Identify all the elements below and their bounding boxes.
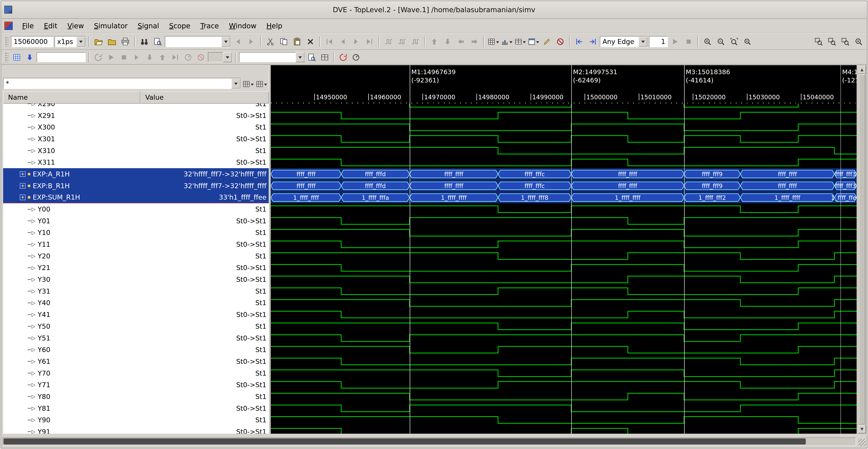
expand-arrow-icon[interactable]: ▷ <box>32 347 35 352</box>
toolbar-drag-handle[interactable] <box>5 52 8 62</box>
horizontal-scroll-thumb[interactable] <box>3 439 806 445</box>
zoom-out-button[interactable] <box>715 35 727 48</box>
marker-line-m4[interactable] <box>840 65 841 434</box>
expand-arrow-icon[interactable]: ▷ <box>32 406 35 411</box>
signal-row-y81[interactable]: ▷Y81St0->St1 <box>3 403 269 414</box>
column-header-name[interactable]: Name <box>3 91 141 104</box>
signal-row-y20[interactable]: ▷Y20St1 <box>3 250 269 262</box>
signal-row-y11[interactable]: ▷Y11St0->St1 <box>3 238 269 250</box>
wave-row-exp-a-r1h[interactable]: ffff_ffffffff_fffdffff_ffffffff_fffcffff… <box>271 168 857 180</box>
signal-row-y61[interactable]: ▷Y61St0->St1 <box>3 356 269 367</box>
menu-window[interactable]: Window <box>224 20 261 32</box>
show-values-button[interactable] <box>319 52 331 63</box>
expand-arrow-icon[interactable]: ▷ <box>32 417 35 422</box>
wave-row-exp-sum-r1h[interactable]: 1_ffff_ffff1_ffff_fffa1_ffff_ffff1_ffff_… <box>271 192 857 203</box>
scroll-up-arrow-icon[interactable]: ▲ <box>858 66 866 74</box>
time-unit-select[interactable]: x1ps <box>55 36 86 47</box>
panes-button[interactable] <box>11 52 23 63</box>
signal-row-y00[interactable]: ▷Y00St1 <box>3 203 269 215</box>
wave-row-y31[interactable] <box>271 285 857 297</box>
wave-row-x301[interactable] <box>271 133 857 145</box>
expand-arrow-icon[interactable]: ▷ <box>32 289 35 294</box>
new-window-button[interactable] <box>527 35 540 48</box>
wave-row-y00[interactable] <box>271 203 857 215</box>
wave-row-y91[interactable] <box>271 426 857 434</box>
expand-arrow-icon[interactable]: ▷ <box>32 230 35 235</box>
panel-splitter[interactable] <box>269 65 271 434</box>
signal-row-y90[interactable]: ▷Y90St1 <box>3 414 269 426</box>
wave-row-x310[interactable] <box>271 145 857 157</box>
wave-row-x291[interactable] <box>271 110 857 122</box>
new-list-view-button[interactable] <box>500 35 513 48</box>
zoom-selection-button[interactable] <box>839 35 851 48</box>
current-time-input[interactable] <box>11 36 53 47</box>
scope-filter-input[interactable] <box>37 52 86 62</box>
wave-row-x290[interactable] <box>271 104 857 110</box>
wave-row-exp-b-r1h[interactable]: ffff_ffffffff_fffdffff_ffffffff_fffcffff… <box>271 180 857 192</box>
wave-row-y40[interactable] <box>271 297 857 309</box>
expand-arrow-icon[interactable]: ▷ <box>32 113 35 118</box>
scroll-down-arrow-icon[interactable]: ▼ <box>858 425 866 433</box>
wave-row-y50[interactable] <box>271 320 857 332</box>
expand-arrow-icon[interactable]: ▷ <box>32 148 35 153</box>
new-memory-view-button[interactable] <box>514 35 526 48</box>
expand-plus-icon[interactable]: + <box>20 171 25 177</box>
titlebar[interactable]: DVE - TopLevel.2 - [Wave.1] /home/balasu… <box>1 1 867 19</box>
signal-row-y41[interactable]: ▷Y41St0->St1 <box>3 309 269 320</box>
signal-row-y10[interactable]: ▷Y10St1 <box>3 227 269 238</box>
expand-arrow-icon[interactable]: ▷ <box>32 382 35 387</box>
find-button[interactable] <box>138 35 151 48</box>
expand-arrow-icon[interactable]: ▷ <box>32 104 35 106</box>
expand-arrow-icon[interactable]: ▷ <box>32 277 35 282</box>
expand-arrow-icon[interactable]: ▷ <box>32 254 35 259</box>
signal-row-y70[interactable]: ▷Y70St1 <box>3 367 269 379</box>
scope-select[interactable] <box>239 52 305 62</box>
signal-row-y30[interactable]: ▷Y30St0->St1 <box>3 274 269 285</box>
marker-line-m1[interactable] <box>410 65 410 434</box>
menu-scope[interactable]: Scope <box>164 20 195 32</box>
signal-row-x290[interactable]: ▷X290St1 <box>3 104 269 110</box>
wave-row-y70[interactable] <box>271 367 857 379</box>
expand-arrow-icon[interactable]: ▷ <box>32 125 35 130</box>
cut-button[interactable] <box>264 35 277 48</box>
menu-edit[interactable]: Edit <box>39 20 62 32</box>
expand-arrow-icon[interactable]: ▷ <box>32 160 35 165</box>
chevron-down-icon[interactable] <box>639 37 647 47</box>
copy-button[interactable] <box>278 35 290 48</box>
wave-row-y01[interactable] <box>271 215 857 227</box>
signal-row-y40[interactable]: ▷Y40St1 <box>3 297 269 309</box>
expand-arrow-icon[interactable]: ▷ <box>32 359 35 364</box>
reload-databases-button[interactable] <box>337 52 349 63</box>
chevron-down-icon[interactable] <box>76 37 85 47</box>
open-session-button[interactable] <box>106 35 118 48</box>
zoom-in-button[interactable] <box>701 35 714 48</box>
column-header-value[interactable]: Value <box>141 91 269 104</box>
expand-arrow-icon[interactable]: ▷ <box>32 394 35 399</box>
expand-arrow-icon[interactable]: ▷ <box>32 371 35 376</box>
wave-row-y60[interactable] <box>271 344 857 356</box>
new-wave-view-button[interactable] <box>487 35 500 48</box>
signal-row-y51[interactable]: ▷Y51St0->St1 <box>3 332 269 344</box>
zoom-full-range-button[interactable] <box>812 35 825 48</box>
chevron-down-icon[interactable] <box>296 52 305 62</box>
zoom-between-markers-button[interactable] <box>826 35 838 48</box>
expand-arrow-icon[interactable]: ▷ <box>32 312 35 317</box>
expand-arrow-icon[interactable]: ▷ <box>32 335 35 341</box>
search-sources-button[interactable] <box>152 35 164 48</box>
annotate-button[interactable] <box>541 35 553 48</box>
wave-row-y51[interactable] <box>271 332 857 344</box>
marker-line-m2[interactable] <box>571 65 572 434</box>
wave-row-y30[interactable] <box>271 274 857 285</box>
menu-help[interactable]: Help <box>261 20 287 32</box>
signal-row-x291[interactable]: ▷X291St0->St1 <box>3 110 269 122</box>
menu-signal[interactable]: Signal <box>133 20 164 32</box>
chevron-down-icon[interactable] <box>221 37 230 47</box>
wave-row-y61[interactable] <box>271 356 857 367</box>
signal-row-y31[interactable]: ▷Y31St1 <box>3 285 269 297</box>
expand-arrow-icon[interactable]: ▷ <box>32 300 35 306</box>
dock-down-button[interactable] <box>24 52 35 63</box>
expand-plus-icon[interactable]: + <box>20 194 25 200</box>
signal-row-y60[interactable]: ▷Y60St1 <box>3 344 269 356</box>
wave-row-y11[interactable] <box>271 238 857 250</box>
edge-mode-select[interactable]: Any Edge <box>600 36 648 47</box>
